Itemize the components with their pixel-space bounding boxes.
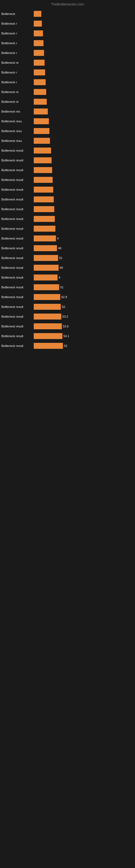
- bar-container: [34, 215, 132, 223]
- site-title: TheBottlenecker.com: [51, 2, 84, 6]
- bar-container: [34, 176, 132, 184]
- bar: [34, 157, 52, 163]
- bar-container: [34, 225, 132, 232]
- bar-container: [34, 205, 132, 213]
- bar: [34, 79, 46, 85]
- bar-value: 4: [58, 276, 60, 279]
- bar-label: Bottleneck re: [1, 100, 34, 103]
- bar: [34, 11, 41, 17]
- bar-container: [34, 118, 132, 125]
- bar-row: Bottleneck resu: [1, 137, 132, 145]
- bar: [34, 167, 52, 173]
- bar-label: Bottleneck resu: [1, 129, 34, 133]
- bar: [34, 216, 55, 222]
- bar-label: Bottleneck r: [1, 22, 34, 25]
- bar-label: Bottleneck re: [1, 90, 34, 94]
- bar-row: Bottleneck result: [1, 225, 132, 232]
- bar: [34, 275, 57, 280]
- bar-row: Bottleneck result52.9: [1, 293, 132, 301]
- bar-container: [34, 39, 132, 47]
- bar-value: 53.6: [63, 325, 69, 328]
- bar-container: 51: [34, 254, 132, 262]
- bar-label: Bottleneck result: [1, 315, 34, 318]
- bar-label: Bottleneck result: [1, 256, 34, 259]
- bar-container: 52.: [34, 303, 132, 311]
- bar-row: Bottleneck re: [1, 88, 132, 96]
- bar-container: [34, 108, 132, 115]
- bar-row: Bottleneck result53.2: [1, 313, 132, 320]
- bar-row: Bottleneck r: [1, 49, 132, 57]
- bar-row: Bottleneck result51: [1, 283, 132, 291]
- bar-value: 49: [60, 266, 63, 269]
- bar-row: Bottleneck r: [1, 69, 132, 76]
- bar: [34, 304, 61, 310]
- bar: [34, 148, 51, 154]
- bar: [34, 60, 45, 66]
- bar: [34, 333, 62, 339]
- bar: [34, 128, 49, 134]
- bar-container: [34, 195, 132, 203]
- bar-row: Bottleneck result: [1, 176, 132, 184]
- bar-value: 4: [57, 237, 58, 240]
- bar-row: Bottleneck r: [1, 79, 132, 86]
- bar-row: Bottleneck result: [1, 166, 132, 174]
- bar-label: Bottleneck result: [1, 266, 34, 269]
- bar: [34, 314, 61, 319]
- bar-container: [34, 20, 132, 27]
- bar-row: Bottleneck result4: [1, 235, 132, 242]
- bar-container: 52.9: [34, 293, 132, 301]
- bar: [34, 30, 43, 36]
- bar-value: 48: [58, 247, 61, 250]
- bar: [34, 138, 50, 144]
- bar-row: Bottleneck result4: [1, 274, 132, 281]
- bar: [34, 323, 62, 329]
- bar-label: Bottleneck r: [1, 71, 34, 74]
- bar-container: [34, 69, 132, 76]
- bar: [34, 40, 43, 46]
- bar-label: Bottleneck r: [1, 81, 34, 84]
- bar-row: Bottleneck: [1, 10, 132, 18]
- bar: [34, 196, 54, 203]
- bar-label: Bottleneck result: [1, 247, 34, 250]
- bar-row: Bottleneck r: [1, 39, 132, 47]
- bar-value: 51: [60, 286, 63, 289]
- bar-label: Bottleneck result: [1, 325, 34, 328]
- bar: [34, 284, 59, 290]
- bar-label: Bottleneck result: [1, 208, 34, 211]
- bar-label: Bottleneck res: [1, 110, 34, 113]
- bar-container: 54.1: [34, 332, 132, 340]
- bar-container: 53.6: [34, 322, 132, 330]
- bar-label: Bottleneck result: [1, 305, 34, 308]
- bar-container: [34, 186, 132, 193]
- bar-label: Bottleneck resu: [1, 139, 34, 143]
- bar-row: Bottleneck res: [1, 108, 132, 115]
- bar-label: Bottleneck: [1, 12, 34, 16]
- bar-row: Bottleneck resu: [1, 118, 132, 125]
- bar: [34, 177, 53, 183]
- bar-container: 4: [34, 274, 132, 281]
- bar: [34, 118, 49, 124]
- bar-value: 51: [59, 256, 62, 259]
- bar-row: Bottleneck re: [1, 98, 132, 105]
- bar-label: Bottleneck result: [1, 159, 34, 162]
- bar-label: Bottleneck r: [1, 41, 34, 45]
- bar: [34, 265, 58, 271]
- bar-label: Bottleneck result: [1, 168, 34, 172]
- bar: [34, 69, 45, 75]
- bar-row: Bottleneck result: [1, 215, 132, 223]
- bar-container: 48: [34, 244, 132, 252]
- bar-row: Bottleneck r: [1, 30, 132, 37]
- bar: [34, 226, 55, 231]
- bar-value: 54.1: [63, 335, 69, 338]
- bar-container: [34, 59, 132, 66]
- bar-label: Bottleneck resu: [1, 120, 34, 123]
- bar-value: 52.9: [61, 296, 67, 299]
- bar-row: Bottleneck result53.6: [1, 322, 132, 330]
- bar-row: Bottleneck result: [1, 156, 132, 164]
- bar-container: [34, 88, 132, 96]
- bar-container: 49: [34, 264, 132, 272]
- header: TheBottlenecker.com: [0, 0, 135, 7]
- bar-row: Bottleneck result: [1, 205, 132, 213]
- bar-container: [34, 147, 132, 154]
- bar-container: [34, 49, 132, 57]
